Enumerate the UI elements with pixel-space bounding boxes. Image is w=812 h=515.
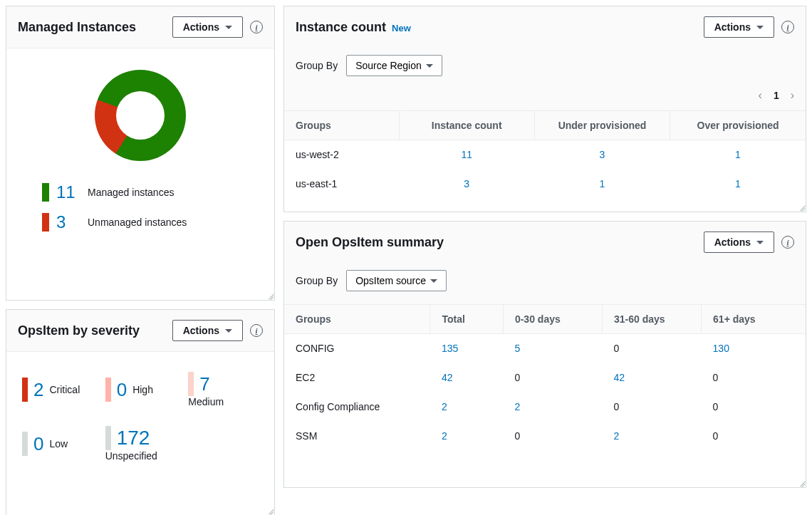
instance-count-panel: Instance count New Actions i Group By So… — [283, 6, 806, 212]
panel-header-actions: Actions i — [704, 16, 794, 38]
severity-swatch-low — [22, 432, 28, 456]
actions-button-label: Actions — [183, 21, 219, 33]
group-by-select[interactable]: OpsItem source — [346, 270, 447, 291]
col-61: 61+ days — [702, 305, 806, 334]
chevron-down-icon — [225, 329, 232, 333]
cell-over[interactable]: 1 — [670, 170, 806, 199]
chevron-down-icon — [426, 64, 433, 68]
pager-page: 1 — [774, 90, 779, 101]
group-by-row: Group By Source Region — [284, 48, 806, 89]
panel-title: Open OpsItem summary — [296, 235, 444, 250]
col-groups: Groups — [284, 111, 399, 140]
opsitem-summary-table: Groups Total 0-30 days 31-60 days 61+ da… — [284, 304, 806, 451]
severity-critical: 2 Critical — [22, 372, 93, 407]
cell-31-60: 0 — [603, 334, 702, 363]
info-icon[interactable]: i — [781, 21, 794, 33]
info-icon[interactable]: i — [781, 236, 794, 249]
severity-swatch-unspecified — [105, 426, 111, 450]
table-row: Config Compliance 2 2 0 0 — [284, 392, 806, 422]
col-31-60: 31-60 days — [603, 305, 702, 334]
pager-prev-icon[interactable]: ‹ — [759, 89, 762, 102]
actions-button[interactable]: Actions — [704, 232, 774, 253]
panel-header: OpsItem by severity Actions i — [6, 310, 274, 352]
group-by-label: Group By — [296, 275, 338, 286]
panel-title-wrap: Instance count New — [296, 20, 411, 35]
resize-handle-icon[interactable] — [798, 479, 805, 487]
cell-group: us-east-1 — [284, 170, 399, 199]
severity-grid: 2 Critical 0 High 7 Medium — [18, 363, 263, 490]
cell-0-30: 0 — [503, 422, 602, 451]
info-icon[interactable]: i — [250, 324, 263, 337]
severity-swatch-critical — [22, 378, 28, 402]
resize-handle-icon[interactable] — [266, 507, 274, 514]
table-row: CONFIG 135 5 0 130 — [284, 334, 806, 363]
donut-legend: 11 Managed instances 3 Unmanaged instanc… — [6, 175, 274, 256]
cell-group: EC2 — [284, 363, 430, 392]
cell-61[interactable]: 130 — [702, 334, 806, 363]
cell-under[interactable]: 1 — [534, 170, 670, 199]
cell-0-30[interactable]: 2 — [503, 392, 602, 422]
legend-swatch-managed — [42, 183, 49, 202]
severity-value-medium: 7 — [199, 373, 209, 395]
cell-total[interactable]: 42 — [430, 363, 503, 392]
cell-group: Config Compliance — [284, 392, 430, 422]
legend-row-unmanaged: 3 Unmanaged instances — [42, 212, 239, 232]
cell-61: 0 — [702, 422, 806, 451]
dashboard-grid: Managed Instances Actions i 11 — [0, 0, 812, 515]
cell-group: SSM — [284, 422, 430, 451]
cell-count[interactable]: 11 — [399, 140, 534, 170]
table-row: SSM 2 0 2 0 — [284, 422, 806, 451]
resize-handle-icon[interactable] — [266, 292, 274, 299]
actions-button[interactable]: Actions — [172, 16, 243, 38]
cell-31-60[interactable]: 2 — [603, 422, 702, 451]
panel-header-actions: Actions i — [704, 232, 794, 253]
actions-button-label: Actions — [183, 325, 219, 336]
cell-total[interactable]: 2 — [430, 422, 503, 451]
group-by-select[interactable]: Source Region — [346, 55, 442, 76]
cell-0-30[interactable]: 5 — [503, 334, 602, 363]
actions-button[interactable]: Actions — [172, 320, 243, 341]
donut-chart — [95, 70, 186, 161]
actions-button[interactable]: Actions — [704, 16, 774, 38]
severity-value-low: 0 — [33, 433, 43, 455]
cell-over[interactable]: 1 — [670, 140, 806, 170]
col-over: Over provisioned — [670, 111, 806, 140]
severity-label-unspecified: Unspecified — [105, 450, 157, 462]
group-by-label: Group By — [296, 60, 338, 71]
severity-value-critical: 2 — [33, 379, 43, 401]
col-count: Instance count — [399, 111, 534, 140]
severity-value-unspecified: 172 — [117, 427, 150, 449]
group-by-row: Group By OpsItem source — [284, 263, 806, 304]
panel-title: Instance count — [296, 20, 386, 35]
info-icon[interactable]: i — [250, 21, 263, 33]
managed-instances-panel: Managed Instances Actions i 11 — [6, 6, 275, 301]
col-groups: Groups — [284, 305, 430, 334]
severity-low: 0 Low — [22, 426, 93, 462]
panel-header-actions: Actions i — [172, 16, 263, 38]
severity-swatch-high — [105, 378, 111, 402]
chevron-down-icon — [756, 241, 764, 244]
cell-total[interactable]: 135 — [430, 334, 503, 363]
pager-next-icon[interactable]: › — [791, 89, 794, 102]
severity-label-critical: Critical — [49, 384, 80, 395]
table-header-row: Groups Total 0-30 days 31-60 days 61+ da… — [284, 305, 806, 334]
pager: ‹ 1 › — [284, 89, 806, 110]
resize-handle-icon[interactable] — [798, 204, 805, 211]
table-row: us-east-1 3 1 1 — [284, 170, 806, 199]
cell-count[interactable]: 3 — [399, 170, 534, 199]
new-badge: New — [392, 23, 411, 33]
panel-title: Managed Instances — [18, 20, 136, 35]
panel-header: Open OpsItem summary Actions i — [284, 222, 806, 263]
cell-61: 0 — [702, 363, 806, 392]
cell-under[interactable]: 3 — [534, 140, 670, 170]
cell-group: us-west-2 — [284, 140, 399, 170]
group-by-value: Source Region — [355, 60, 422, 71]
cell-31-60[interactable]: 42 — [603, 363, 702, 392]
cell-total[interactable]: 2 — [430, 392, 503, 422]
severity-label-high: High — [132, 384, 153, 395]
actions-button-label: Actions — [714, 236, 751, 248]
severity-swatch-medium — [188, 372, 194, 396]
severity-high: 0 High — [105, 372, 176, 407]
chevron-down-icon — [430, 279, 437, 283]
actions-button-label: Actions — [714, 21, 751, 33]
